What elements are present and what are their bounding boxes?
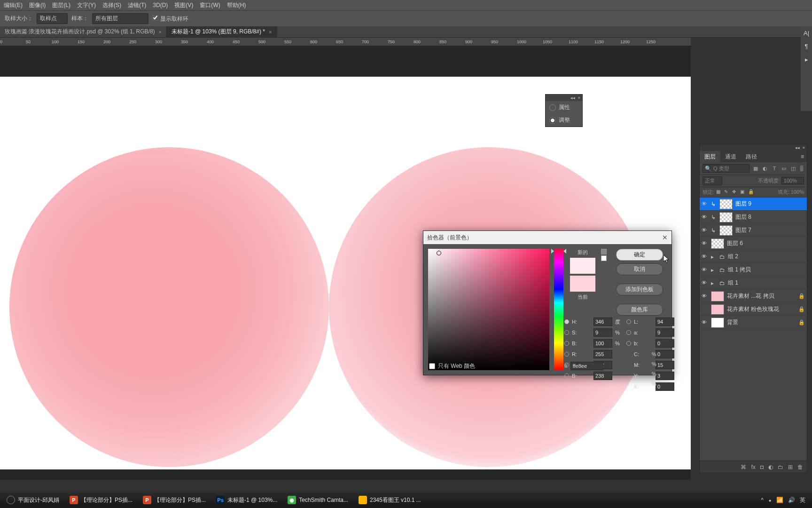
menu-3d[interactable]: 3D(D) <box>153 2 168 8</box>
task-item[interactable]: 平面设计-邱凤娟 <box>2 493 64 507</box>
menu-edit[interactable]: 编辑(E) <box>4 1 23 9</box>
a-radio[interactable] <box>626 330 631 335</box>
color-marker[interactable] <box>437 251 441 255</box>
tab-paths[interactable]: 路径 <box>741 151 762 163</box>
h-radio[interactable] <box>564 319 569 324</box>
layer-item[interactable]: 👁↳图层 8 <box>700 211 807 224</box>
s-input[interactable] <box>593 328 612 337</box>
r-radio[interactable] <box>564 352 569 357</box>
filter-smart-icon[interactable]: ◫ <box>790 165 796 172</box>
document-tab-0[interactable]: 玫瑰画篇·浪漫玫瑰花卉插画设计.psd @ 302% (组 1, RGB/8)× <box>0 26 167 37</box>
layer-filter-select[interactable]: 🔍Q 类型 <box>703 164 750 173</box>
task-item[interactable]: ◉TechSmith Camta... <box>283 493 353 507</box>
tab-layers[interactable]: 图层 <box>700 151 720 163</box>
chevron-right-icon[interactable]: ▸ <box>711 280 717 286</box>
tab-channels[interactable]: 通道 <box>720 151 741 163</box>
layer-name[interactable]: 组 1 <box>728 279 738 287</box>
link-layers-icon[interactable]: ⌘ <box>741 464 746 470</box>
task-item[interactable]: P【理论部分】PS插... <box>138 493 211 507</box>
task-item[interactable]: 2345看图王 v10.1 ... <box>354 493 426 507</box>
close-icon[interactable]: ✕ <box>662 234 668 241</box>
flyout-icon[interactable]: ▸ <box>803 56 810 63</box>
menu-window[interactable]: 窗口(W) <box>200 1 220 9</box>
visibility-icon[interactable]: 👁 <box>702 280 708 286</box>
chevron-right-icon[interactable]: ▸ <box>711 254 717 260</box>
visibility-icon[interactable]: 👁 <box>702 227 708 234</box>
char-panel-icon[interactable]: A| <box>803 29 810 37</box>
bv-input[interactable] <box>593 339 612 348</box>
lock-icon[interactable]: 🔒 <box>798 293 805 299</box>
layer-name[interactable]: 组 1 拷贝 <box>728 266 751 274</box>
current-color-swatch[interactable] <box>570 276 595 292</box>
layer-name[interactable]: 图层 8 <box>735 213 751 221</box>
visibility-icon[interactable]: 👁 <box>702 214 708 221</box>
close-icon[interactable]: × <box>803 145 805 150</box>
r-input[interactable] <box>593 350 612 358</box>
sample-select[interactable]: 所有图层 <box>92 13 148 24</box>
bv-radio[interactable] <box>564 341 569 346</box>
layer-thumbnail[interactable] <box>711 291 724 302</box>
properties-button[interactable]: 属性 <box>546 101 582 114</box>
blab-input[interactable] <box>656 339 674 348</box>
layer-thumbnail[interactable] <box>711 238 724 249</box>
layer-name[interactable]: 图层 6 <box>727 239 743 247</box>
layer-item[interactable]: 花卉素材 粉色玫瑰花🔒 <box>700 303 807 316</box>
web-only-checkbox[interactable]: 只有 Web 颜色 <box>429 362 475 370</box>
lock-icon[interactable]: 🔒 <box>798 306 805 312</box>
layer-item[interactable]: 👁花卉素材 ...花 拷贝🔒 <box>700 290 807 303</box>
system-tray[interactable]: ^ ⬥ 📶 🔊 英 <box>761 496 810 504</box>
fill-input[interactable]: 100% <box>791 189 804 195</box>
cancel-button[interactable]: 取消 <box>616 263 663 275</box>
l-input[interactable] <box>656 318 674 326</box>
visibility-icon[interactable]: 👁 <box>702 293 708 300</box>
color-field[interactable] <box>428 249 549 370</box>
lock-pixels-icon[interactable]: ✎ <box>724 189 730 195</box>
lock-position-icon[interactable]: ✥ <box>732 189 738 195</box>
b-input[interactable] <box>593 372 612 380</box>
c-input[interactable] <box>656 350 674 358</box>
websafe-swatch[interactable] <box>601 255 607 261</box>
close-icon[interactable]: × <box>578 95 580 100</box>
menu-layer[interactable]: 图层(L) <box>52 1 70 9</box>
properties-mini-panel[interactable]: ◂◂× 属性 调整 <box>545 94 583 127</box>
close-icon[interactable]: × <box>269 29 272 35</box>
menu-type[interactable]: 文字(Y) <box>77 1 96 9</box>
ok-button[interactable]: 确定 <box>616 249 663 261</box>
collapse-icon[interactable]: ◂◂ <box>570 95 575 100</box>
tray-chevron-icon[interactable]: ^ <box>761 497 764 503</box>
menu-help[interactable]: 帮助(H) <box>227 1 246 9</box>
filter-toggle[interactable] <box>799 165 804 172</box>
blend-mode-select[interactable]: 正常 <box>703 176 722 185</box>
layer-style-icon[interactable]: fx <box>751 464 755 470</box>
menu-filter[interactable]: 滤镜(T) <box>128 1 146 9</box>
warning-icon[interactable] <box>601 249 607 254</box>
a-input[interactable] <box>656 328 674 337</box>
adjustments-button[interactable]: 调整 <box>546 114 582 127</box>
lock-icon[interactable]: 🔒 <box>798 319 805 325</box>
layer-thumbnail[interactable] <box>711 318 724 328</box>
add-swatch-button[interactable]: 添加到色板 <box>616 284 663 295</box>
ime-icon[interactable]: 英 <box>800 496 805 504</box>
chevron-right-icon[interactable]: ▸ <box>711 267 717 273</box>
show-ring-checkbox[interactable]: 显示取样环 <box>152 15 188 23</box>
close-icon[interactable]: × <box>159 29 162 35</box>
layer-name[interactable]: 图层 7 <box>735 226 751 234</box>
task-item[interactable]: Ps未标题-1 @ 103%... <box>211 493 282 507</box>
h-input[interactable] <box>593 318 612 326</box>
layer-item[interactable]: 👁▸🗀组 1 <box>700 277 807 290</box>
y-input[interactable] <box>656 372 674 380</box>
visibility-icon[interactable] <box>702 306 708 313</box>
l-radio[interactable] <box>626 319 631 324</box>
visibility-icon[interactable]: 👁 <box>702 254 708 260</box>
filter-type-icon[interactable]: T <box>771 165 778 172</box>
panel-menu-icon[interactable]: ≡ <box>796 151 807 162</box>
new-layer-icon[interactable]: ⊞ <box>788 464 793 470</box>
color-libraries-button[interactable]: 颜色库 <box>616 304 663 316</box>
filter-adjust-icon[interactable]: ◐ <box>762 165 768 172</box>
paragraph-panel-icon[interactable]: ¶ <box>803 42 810 50</box>
adjustment-layer-icon[interactable]: ◐ <box>768 464 773 470</box>
layer-mask-icon[interactable]: ◘ <box>760 464 764 470</box>
lock-all-icon[interactable]: 🔒 <box>748 189 754 195</box>
layer-thumbnail[interactable] <box>719 225 733 236</box>
opacity-input[interactable]: 100% <box>781 177 804 184</box>
